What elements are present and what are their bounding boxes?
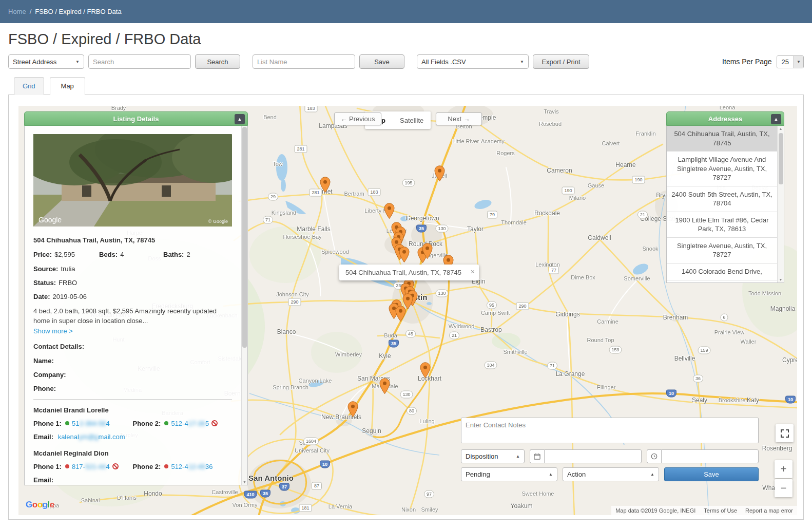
- search-input[interactable]: [88, 54, 191, 69]
- phone-status-icon: [164, 464, 168, 468]
- contact-phone-label: Phone:: [33, 385, 56, 392]
- save-list-button[interactable]: Save: [359, 54, 404, 69]
- fullscreen-button[interactable]: [776, 424, 794, 442]
- scroll-down-icon[interactable]: ▼: [778, 278, 784, 281]
- pending-select-value: Pending: [466, 470, 490, 478]
- price-label: Price:: [33, 251, 52, 258]
- breadcrumb-home-link[interactable]: Home: [8, 8, 26, 15]
- map-marker-icon[interactable]: [422, 243, 433, 259]
- tab-grid[interactable]: Grid: [14, 77, 44, 95]
- action-select[interactable]: Action ▲: [563, 467, 659, 481]
- contact-company-label: Company:: [33, 371, 66, 379]
- map-marker-icon[interactable]: [347, 401, 358, 418]
- map-marker-icon[interactable]: [379, 378, 390, 394]
- map-type-satellite-button[interactable]: Satellite: [393, 117, 431, 124]
- map-marker-icon[interactable]: [384, 203, 395, 219]
- previous-page-button[interactable]: ← Previous: [334, 112, 381, 125]
- calendar-icon[interactable]: [530, 449, 544, 463]
- clock-icon[interactable]: [647, 449, 661, 463]
- fullscreen-icon: [780, 429, 789, 438]
- phone-number[interactable]: 817-521-444: [72, 463, 110, 470]
- address-list-item[interactable]: 1400 Colorado Bend Drive,: [667, 263, 784, 280]
- scrollbar-thumb[interactable]: [779, 133, 783, 184]
- address-list-item[interactable]: Lamplight Village Avenue And Singletree …: [667, 152, 784, 186]
- tab-map[interactable]: Map: [50, 77, 85, 95]
- collapse-panel-icon[interactable]: ▲: [771, 114, 781, 124]
- phone-number[interactable]: 512-364-584: [72, 420, 110, 427]
- date-label: Date:: [33, 293, 50, 300]
- items-per-page-label: Items Per Page: [722, 58, 772, 66]
- chevron-up-icon: ▲: [650, 472, 654, 477]
- beds-label: Beds:: [99, 251, 118, 258]
- next-page-button[interactable]: Next →: [436, 112, 482, 125]
- baths-label: Baths:: [163, 251, 184, 258]
- map-marker-icon[interactable]: [399, 247, 410, 263]
- map-marker-icon[interactable]: [320, 177, 331, 193]
- phone-status-icon: [65, 464, 69, 468]
- addresses-header: Addresses ▲: [666, 111, 784, 126]
- contact-name: Mcdaniel Reginald Dion: [33, 449, 232, 457]
- date-value: 2019-05-06: [53, 293, 87, 300]
- chevron-down-icon: ▼: [794, 56, 803, 68]
- collapse-panel-icon[interactable]: ▲: [235, 114, 245, 124]
- list-name-input[interactable]: [253, 54, 355, 69]
- close-icon[interactable]: ×: [471, 268, 475, 275]
- map-data-attribution: Map data ©2019 Google, INEGI: [615, 507, 695, 514]
- scroll-down-icon[interactable]: ▼: [242, 480, 247, 484]
- search-button[interactable]: Search: [195, 54, 240, 69]
- show-more-link[interactable]: Show more >: [33, 327, 73, 335]
- scrollbar-thumb[interactable]: [242, 127, 247, 348]
- map-marker-icon[interactable]: [434, 165, 445, 182]
- breadcrumb-separator: /: [30, 8, 32, 15]
- date-input[interactable]: [544, 449, 642, 463]
- address-list-item[interactable]: 1900 Little Elm Trail #86, Cedar Park, T…: [667, 212, 784, 238]
- map-marker-icon[interactable]: [395, 306, 406, 322]
- pending-select[interactable]: Pending ▲: [461, 467, 557, 481]
- export-print-button[interactable]: Export / Print: [533, 54, 589, 69]
- addresses-scrollbar[interactable]: ▲ ▼: [777, 126, 784, 282]
- map-marker-icon[interactable]: [420, 362, 431, 379]
- listing-details-panel: Listing Details ▲: [24, 111, 248, 485]
- beds-value: 4: [120, 251, 124, 258]
- address-list-item[interactable]: Singletree Avenue, Austin, TX, 78727: [667, 238, 784, 263]
- listing-photo: Google © Google: [33, 134, 232, 227]
- breadcrumb: Home / FSBO / Expired / FRBO Data: [0, 0, 812, 23]
- map-canvas[interactable]: BradyBendLampasasTempleBeltonTravisRoseb…: [18, 106, 797, 515]
- scroll-up-icon[interactable]: ▲: [778, 127, 784, 130]
- phone-number[interactable]: 512-417-365: [171, 420, 209, 427]
- items-per-page-value: 25: [777, 56, 794, 68]
- phone-number[interactable]: 512-412-4936: [171, 463, 212, 470]
- search-field-select[interactable]: Street Address ▼: [8, 54, 84, 69]
- chevron-down-icon: ▼: [75, 60, 80, 64]
- listing-details-title: Listing Details: [113, 115, 159, 123]
- contact-name: Mcdaniel Brandi Lorelle: [33, 406, 232, 414]
- listing-scrollbar[interactable]: ▼: [241, 126, 247, 485]
- addresses-panel: Addresses ▲ 504 Chihuahua Trail, Austin,…: [666, 111, 784, 283]
- save-notes-button[interactable]: Save: [664, 467, 759, 481]
- chevron-up-icon: ▲: [516, 454, 520, 459]
- toolbar: Street Address ▼ Search Save All Fields …: [8, 54, 804, 69]
- terms-of-use-link[interactable]: Terms of Use: [704, 507, 737, 514]
- google-logo: Google: [26, 500, 54, 510]
- photo-watermark: Google: [38, 216, 62, 224]
- time-input[interactable]: [661, 449, 759, 463]
- listing-details-body: Google © Google 504 Chihuahua Trail, Aus…: [24, 126, 248, 485]
- email-link[interactable]: kalenalym@gmail.com: [58, 433, 125, 441]
- contact-notes-textarea[interactable]: [461, 418, 759, 443]
- listing-address: 504 Chihuahua Trail, Austin, TX, 78745: [33, 236, 232, 244]
- address-list-item[interactable]: 504 Chihuahua Trail, Austin, TX, 78745: [667, 126, 784, 152]
- zoom-out-button[interactable]: −: [775, 479, 792, 497]
- addresses-title: Addresses: [708, 115, 742, 123]
- export-format-select[interactable]: All Fields .CSV ▼: [417, 54, 529, 69]
- page-title: FSBO / Expired / FRBO Data: [8, 31, 804, 48]
- source-label: Source:: [33, 265, 58, 273]
- items-per-page-select[interactable]: 25 ▼: [777, 55, 804, 68]
- disposition-select[interactable]: Disposition ▲: [461, 449, 525, 463]
- address-list-item[interactable]: 2400 South 5th Street, Austin, TX, 78704: [667, 186, 784, 212]
- zoom-in-button[interactable]: +: [775, 460, 792, 478]
- phone-status-icon: [65, 421, 69, 425]
- email-label: Email:: [33, 476, 53, 484]
- contact-details-label: Contact Details:: [33, 343, 232, 350]
- date-input-group: [530, 449, 642, 463]
- report-map-error-link[interactable]: Report a map error: [745, 507, 793, 514]
